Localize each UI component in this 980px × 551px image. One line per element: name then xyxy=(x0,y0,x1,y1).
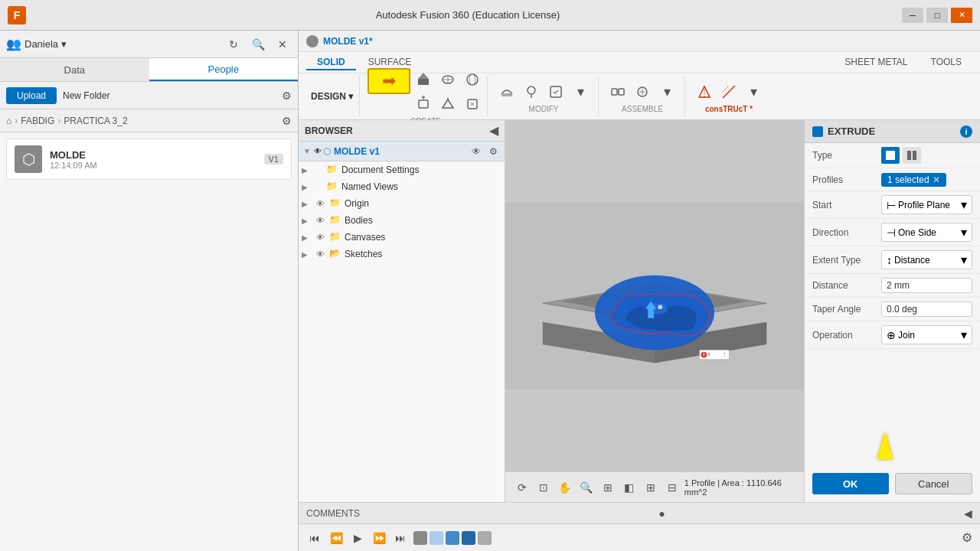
type-icon-1[interactable] xyxy=(881,147,900,164)
tab-people[interactable]: People xyxy=(149,58,299,81)
modify-tool-3[interactable] xyxy=(544,80,567,103)
modify-dropdown[interactable]: ▾ xyxy=(569,80,592,103)
assemble-tool-1[interactable] xyxy=(606,80,629,103)
create-tool-6[interactable] xyxy=(461,93,484,116)
new-folder-button[interactable]: New Folder xyxy=(63,90,109,101)
play-button[interactable]: ▶ xyxy=(349,530,366,546)
step-back-button[interactable]: ⏪ xyxy=(328,530,345,546)
browser-item-named-views[interactable]: ▶ 📁 Named Views xyxy=(299,178,505,195)
skip-start-button[interactable]: ⏮ xyxy=(306,530,323,546)
info-icon[interactable]: i xyxy=(960,126,972,138)
model-eye-button[interactable]: 👁 xyxy=(469,145,483,158)
step-forward-button[interactable]: ⏩ xyxy=(371,530,387,546)
browser-item-document-settings[interactable]: ▶ 📁 Document Settings xyxy=(299,161,505,178)
breadcrumb-home[interactable]: ⌂ xyxy=(6,116,11,126)
create-tool-2[interactable] xyxy=(412,93,435,116)
construct-tool-2[interactable] xyxy=(717,80,740,103)
type-icon-2[interactable] xyxy=(903,147,921,164)
modify-tool-2[interactable] xyxy=(520,80,543,103)
assemble-tool-row: ▾ xyxy=(606,80,678,103)
viewport-display-button[interactable]: ⊟ xyxy=(663,478,681,497)
tab-tools[interactable]: TOOLS xyxy=(920,55,972,70)
construct-tool-1[interactable] xyxy=(693,80,716,103)
modify-tool-1[interactable] xyxy=(495,80,518,103)
design-dropdown[interactable]: DESIGN ▾ xyxy=(305,77,360,116)
model-icon xyxy=(306,35,318,47)
upload-button[interactable]: Upload xyxy=(6,87,57,104)
operation-value-text: Join xyxy=(898,330,915,341)
close-button[interactable]: ✕ xyxy=(951,8,972,23)
breadcrumb-path2[interactable]: PRACTICA 3_2 xyxy=(64,116,127,126)
breadcrumb-path1[interactable]: FABDIG xyxy=(21,116,54,126)
close-panel-button[interactable]: ✕ xyxy=(273,35,292,54)
browser-item-canvases[interactable]: ▶ 👁 📁 Canvases xyxy=(299,229,505,246)
user-dropdown-icon[interactable]: ▾ xyxy=(61,38,67,50)
timeline-dot-2[interactable] xyxy=(430,531,443,545)
model-settings-button[interactable]: ⚙ xyxy=(486,145,500,158)
search-button[interactable]: 🔍 xyxy=(249,35,267,54)
viewport[interactable]: 2 2 ⋮ ⟳ ⊡ ✋ 🔍 ⊞ ◧ ⊞ ⊟ 1 Profi xyxy=(505,120,804,502)
operation-select[interactable]: ⊕ Join ▾ xyxy=(881,325,972,344)
viewport-hand-button[interactable]: ✋ xyxy=(556,478,574,497)
comments-pin-button[interactable]: ◀ xyxy=(964,507,972,520)
playback-settings-button[interactable]: ⚙ xyxy=(962,530,972,545)
file-info: MOLDE 12:14:09 AM xyxy=(50,149,256,170)
viewport-view-button[interactable]: ◧ xyxy=(620,478,639,497)
svg-rect-2 xyxy=(419,100,428,108)
model-root-row[interactable]: ▼ 👁 ⬡ MOLDE v1 👁 ⚙ xyxy=(299,142,505,161)
create-tool-5[interactable] xyxy=(461,68,484,91)
breadcrumb-settings[interactable]: ⚙ xyxy=(282,115,292,127)
timeline-dot-5[interactable] xyxy=(478,531,492,545)
minimize-button[interactable]: ─ xyxy=(902,8,923,23)
browser-item-origin[interactable]: ▶ 👁 📁 Origin xyxy=(299,195,505,212)
extrude-icon xyxy=(812,126,823,137)
param-distance-row: Distance xyxy=(805,274,980,298)
maximize-button[interactable]: □ xyxy=(926,8,948,23)
direction-select[interactable]: ⊣ One Side ▾ xyxy=(881,223,972,242)
distance-input[interactable] xyxy=(881,278,972,293)
timeline-dot-3[interactable] xyxy=(446,531,459,545)
refresh-button[interactable]: ↻ xyxy=(224,35,243,54)
browser-item-bodies[interactable]: ▶ 👁 📁 Bodies xyxy=(299,212,505,229)
tab-sheet-metal[interactable]: SHEET METAL xyxy=(834,55,918,70)
comments-bar: COMMENTS ● ◀ xyxy=(299,502,980,523)
ok-button[interactable]: OK xyxy=(812,473,889,494)
tab-data[interactable]: Data xyxy=(0,58,149,81)
start-select[interactable]: ⊢ Profile Plane ▾ xyxy=(881,195,972,214)
ribbon: MOLDE v1* SOLID SURFACE SHEET METAL TOOL… xyxy=(299,31,980,120)
construct-dropdown[interactable]: ▾ xyxy=(742,80,765,103)
cancel-button[interactable]: Cancel xyxy=(895,473,973,494)
create-tool-1[interactable] xyxy=(412,68,435,91)
assemble-tool-2[interactable] xyxy=(631,80,654,103)
timeline-dot-1[interactable] xyxy=(413,531,427,545)
browser-item-sketches[interactable]: ▶ 👁 📂 Sketches xyxy=(299,246,505,262)
assemble-dropdown[interactable]: ▾ xyxy=(655,80,678,103)
timeline-dot-4[interactable] xyxy=(462,531,475,545)
skip-end-button[interactable]: ⏭ xyxy=(392,530,409,546)
create-tool-4[interactable] xyxy=(436,93,459,116)
param-operation-row: Operation ⊕ Join ▾ xyxy=(805,321,980,349)
svg-rect-43 xyxy=(907,151,911,160)
settings-button[interactable]: ⚙ xyxy=(282,90,292,102)
extrude-tool[interactable]: ➡ xyxy=(368,68,410,94)
expand-icon: ▶ xyxy=(302,166,312,174)
comments-collapse-button[interactable]: ● xyxy=(658,507,665,520)
viewport-orbit-button[interactable]: ⟳ xyxy=(513,478,531,497)
browser-collapse-button[interactable]: ◀ xyxy=(489,123,498,138)
modify-label: MODIFY xyxy=(529,105,559,113)
svg-marker-1 xyxy=(418,73,429,79)
tab-solid[interactable]: SOLID xyxy=(306,55,356,70)
clear-selection-button[interactable]: ✕ xyxy=(933,174,940,185)
viewport-fit-button[interactable]: ⊞ xyxy=(599,478,617,497)
viewport-zoom-button[interactable]: 🔍 xyxy=(577,478,596,497)
viewport-pan-button[interactable]: ⊡ xyxy=(534,478,553,497)
expand-icon: ▶ xyxy=(302,217,312,225)
taper-input[interactable] xyxy=(881,302,972,317)
create-tool-3[interactable] xyxy=(436,68,459,91)
file-card[interactable]: ⬡ MOLDE 12:14:09 AM V1 xyxy=(6,139,292,180)
viewport-grid-button[interactable]: ⊞ xyxy=(642,478,660,497)
browser-header: BROWSER ◀ xyxy=(299,120,505,142)
extent-type-select[interactable]: ↕ Distance ▾ xyxy=(881,250,972,269)
window-controls[interactable]: ─ □ ✕ xyxy=(902,8,972,23)
file-icon: ⬡ xyxy=(15,145,42,173)
